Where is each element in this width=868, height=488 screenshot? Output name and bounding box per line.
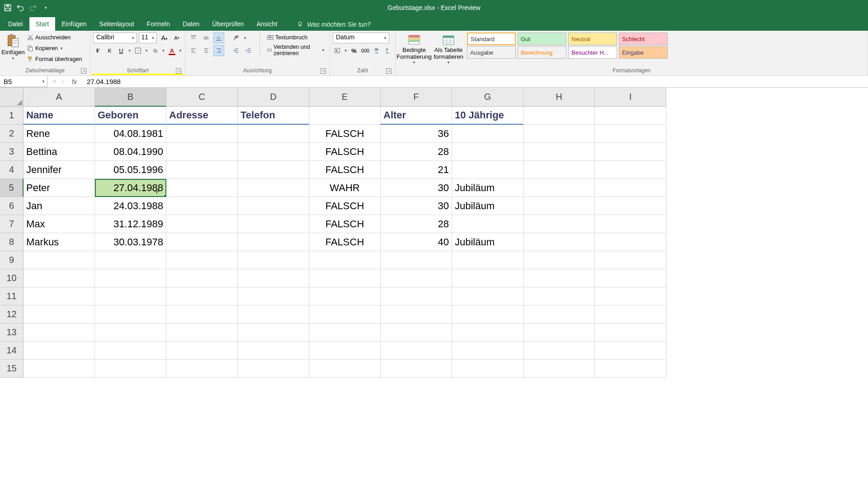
cell[interactable]: Peter	[24, 179, 95, 197]
cell[interactable]	[95, 269, 166, 287]
increase-indent-button[interactable]	[243, 45, 254, 56]
conditional-formatting-button[interactable]: Bedingte Formatierung ▼	[398, 33, 430, 65]
cell[interactable]: Adresse	[166, 107, 238, 125]
cell[interactable]: 28	[381, 215, 452, 233]
cell[interactable]	[166, 197, 238, 215]
row-header[interactable]: 7	[0, 215, 24, 233]
cell[interactable]	[95, 287, 166, 305]
cell[interactable]	[524, 287, 595, 305]
cell[interactable]	[524, 107, 595, 125]
cell-style-standard[interactable]: Standard	[467, 33, 516, 45]
cell[interactable]	[309, 251, 381, 269]
align-top-button[interactable]	[188, 33, 199, 43]
cell[interactable]	[381, 305, 452, 324]
cell[interactable]	[595, 269, 666, 287]
cell[interactable]: 24.03.1988	[95, 197, 166, 215]
cell[interactable]	[452, 215, 524, 233]
cell-style-schlecht[interactable]: Schlecht	[619, 33, 668, 45]
column-header-A[interactable]: A	[24, 88, 95, 107]
cell[interactable]	[24, 324, 95, 342]
comma-button[interactable]: 000	[361, 45, 370, 56]
cell[interactable]: Rene	[24, 125, 95, 143]
font-size-select[interactable]: 11▼	[139, 33, 157, 43]
cell[interactable]	[166, 233, 238, 251]
cell[interactable]	[524, 197, 595, 215]
tab-formeln[interactable]: Formeln	[141, 17, 176, 31]
dialog-launcher-icon[interactable]: ↘	[321, 68, 326, 74]
cell[interactable]	[524, 143, 595, 161]
align-middle-button[interactable]	[201, 33, 212, 43]
cell[interactable]: 30	[381, 179, 452, 197]
cell[interactable]: 30.03.1978	[95, 233, 166, 251]
row-header[interactable]: 4	[0, 161, 24, 179]
fx-icon[interactable]: fx	[69, 78, 80, 85]
cell[interactable]	[238, 197, 309, 215]
merge-center-button[interactable]: Verbinden und zentrieren ▼	[265, 45, 327, 55]
redo-icon[interactable]	[29, 4, 37, 12]
cell[interactable]	[166, 305, 238, 324]
cell-style-gut[interactable]: Gut	[518, 33, 566, 45]
tab-überprüfen[interactable]: Überprüfen	[206, 17, 250, 31]
cell[interactable]	[24, 251, 95, 269]
column-header-D[interactable]: D	[238, 88, 309, 107]
cell[interactable]: 10 Jährige	[452, 107, 524, 125]
column-header-F[interactable]: F	[381, 88, 452, 107]
cell[interactable]	[381, 251, 452, 269]
chevron-down-icon[interactable]: ▼	[243, 36, 247, 40]
row-header[interactable]: 6	[0, 197, 24, 215]
cell[interactable]	[452, 251, 524, 269]
cell[interactable]	[309, 305, 381, 324]
cell[interactable]	[166, 251, 238, 269]
cell[interactable]: 08.04.1990	[95, 143, 166, 161]
cell[interactable]: FALSCH	[309, 143, 381, 161]
cell[interactable]	[238, 324, 309, 342]
cell[interactable]	[166, 179, 238, 197]
format-as-table-button[interactable]: Als Tabelle formatieren ▼	[433, 33, 464, 65]
chevron-down-icon[interactable]: ▼	[179, 49, 182, 53]
formula-input[interactable]: 27.04.1988	[84, 76, 868, 87]
cell[interactable]: FALSCH	[309, 161, 381, 179]
cell[interactable]: Jubiläum	[452, 179, 524, 197]
column-header-C[interactable]: C	[166, 88, 238, 107]
cell[interactable]	[166, 269, 238, 287]
cell[interactable]	[95, 324, 166, 342]
row-header[interactable]: 12	[0, 305, 24, 324]
tab-seitenlayout[interactable]: Seitenlayout	[93, 17, 141, 31]
cell[interactable]	[166, 342, 238, 360]
align-left-button[interactable]	[188, 45, 199, 56]
decrease-decimal-button[interactable]: .0	[383, 45, 392, 56]
tab-daten[interactable]: Daten	[176, 17, 206, 31]
column-header-B[interactable]: B	[95, 88, 166, 107]
cell[interactable]: 04.08.1981	[95, 125, 166, 143]
cell[interactable]: 36	[381, 125, 452, 143]
cell[interactable]: FALSCH	[309, 215, 381, 233]
cell[interactable]	[238, 269, 309, 287]
dialog-launcher-icon[interactable]: ↘	[81, 68, 86, 74]
cell[interactable]	[95, 251, 166, 269]
cell[interactable]	[381, 360, 452, 378]
cell[interactable]	[238, 179, 309, 197]
cell[interactable]	[238, 305, 309, 324]
cell[interactable]	[238, 125, 309, 143]
cancel-icon[interactable]: ✕	[52, 78, 57, 85]
qat-dropdown-icon[interactable]: ▾	[42, 4, 50, 12]
cell[interactable]	[524, 215, 595, 233]
cell[interactable]	[381, 342, 452, 360]
tell-me-search[interactable]: Was möchten Sie tun?	[292, 18, 375, 31]
row-header[interactable]: 14	[0, 342, 24, 360]
cell[interactable]	[595, 125, 666, 143]
cell[interactable]	[452, 324, 524, 342]
accounting-format-button[interactable]: €	[333, 45, 342, 56]
row-header[interactable]: 8	[0, 233, 24, 251]
cell[interactable]: FALSCH	[309, 197, 381, 215]
cell[interactable]: 31.12.1989	[95, 215, 166, 233]
cell[interactable]	[452, 161, 524, 179]
cell[interactable]	[595, 179, 666, 197]
cell[interactable]	[524, 269, 595, 287]
cell[interactable]	[524, 233, 595, 251]
undo-icon[interactable]	[16, 4, 24, 12]
cell[interactable]	[309, 269, 381, 287]
wrap-text-button[interactable]: ab Textumbruch	[265, 33, 327, 42]
cell[interactable]	[452, 143, 524, 161]
cell[interactable]: Bettina	[24, 143, 95, 161]
